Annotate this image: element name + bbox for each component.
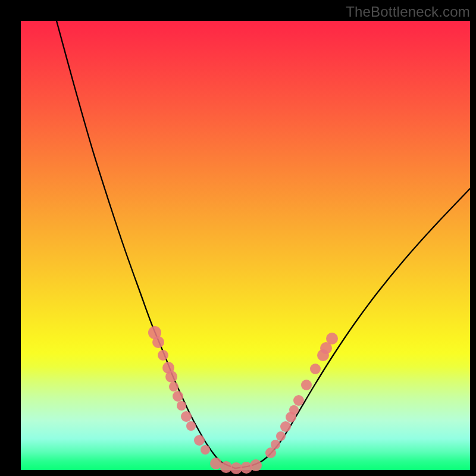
watermark-text: TheBottleneck.com [346, 4, 470, 20]
plot-area [21, 21, 470, 470]
bead-point [165, 371, 177, 383]
chart-frame: TheBottleneck.com [0, 0, 476, 476]
chart-svg [21, 21, 470, 470]
bead-point [230, 462, 242, 474]
bead-point [310, 364, 321, 374]
bead-point [152, 336, 164, 348]
bead-point [177, 401, 186, 411]
bead-point [201, 445, 210, 455]
bead-point [301, 380, 312, 390]
bead-point [173, 391, 183, 402]
bead-point [220, 461, 232, 473]
bead-point [293, 395, 304, 406]
bead-point [169, 382, 178, 392]
bead-point [280, 421, 291, 432]
bead-point [289, 405, 299, 415]
data-beads [148, 326, 338, 474]
bead-point [271, 440, 280, 449]
bead-point [250, 459, 262, 471]
v-curve-left [57, 21, 235, 468]
bead-point [276, 431, 286, 441]
bead-point [186, 421, 196, 431]
bead-point [181, 411, 192, 422]
bead-point [210, 458, 222, 469]
bead-point [194, 435, 205, 446]
v-curve-right [235, 189, 470, 468]
bead-point [158, 350, 168, 361]
bead-point [326, 333, 338, 345]
